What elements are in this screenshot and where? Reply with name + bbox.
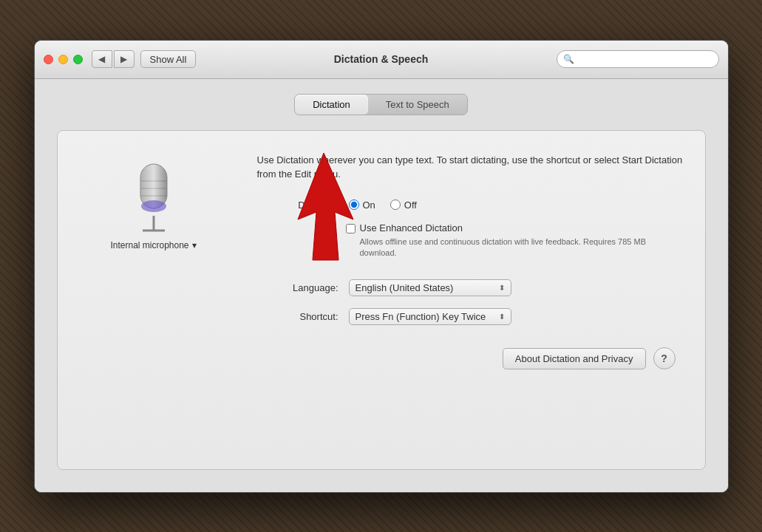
shortcut-value: Press Fn (Function) Key Twice	[356, 311, 486, 322]
enhanced-section: Use Enhanced Dictation Allows offline us…	[346, 222, 683, 259]
about-button[interactable]: About Dictation and Privacy	[503, 348, 646, 369]
microphone-label[interactable]: Internal microphone ▾	[110, 240, 196, 250]
tab-dictation[interactable]: Dictation	[295, 95, 368, 115]
description-text: Use Dictation wherever you can type text…	[257, 153, 683, 182]
enhanced-checkbox[interactable]	[346, 224, 356, 233]
tab-text-to-speech[interactable]: Text to Speech	[368, 95, 467, 115]
language-arrow-icon: ⬍	[499, 284, 505, 292]
dictation-off-option[interactable]: Off	[390, 200, 417, 211]
shortcut-row: Shortcut: Press Fn (Function) Key Twice …	[257, 308, 683, 325]
dictation-off-radio[interactable]	[390, 200, 401, 210]
microphone-section: Internal microphone ▾	[102, 153, 205, 250]
content-area: Dictation Text to Speech	[35, 79, 728, 492]
dictation-on-option[interactable]: On	[349, 200, 375, 211]
dictation-label: Dictation:	[257, 200, 339, 211]
form-section: Dictation: On Off	[257, 200, 683, 326]
microphone-icon	[124, 153, 183, 234]
dropdown-icon: ▾	[192, 240, 197, 250]
window-title: Dictation & Speech	[334, 53, 429, 65]
nav-buttons: ◀ ▶	[92, 50, 135, 68]
dictation-on-label: On	[363, 200, 375, 211]
svg-point-7	[141, 200, 166, 212]
dictation-radio-group: On Off	[349, 200, 417, 211]
language-label: Language:	[257, 282, 339, 293]
titlebar: ◀ ▶ Show All Dictation & Speech 🔍	[35, 41, 728, 79]
enhanced-label: Use Enhanced Dictation	[360, 222, 463, 233]
search-box[interactable]: 🔍	[557, 50, 719, 68]
traffic-lights	[44, 55, 83, 64]
settings-panel: Internal microphone ▾ Use Dictation wher…	[57, 130, 706, 470]
shortcut-select[interactable]: Press Fn (Function) Key Twice ⬍	[349, 308, 511, 325]
search-icon: 🔍	[563, 54, 574, 64]
back-button[interactable]: ◀	[92, 50, 112, 68]
minimize-button[interactable]	[58, 55, 68, 64]
bottom-buttons: About Dictation and Privacy ?	[80, 347, 683, 369]
show-all-button[interactable]: Show All	[140, 50, 197, 68]
tab-bar: Dictation Text to Speech	[294, 94, 468, 115]
dictation-off-label: Off	[404, 200, 417, 211]
language-value: English (United States)	[356, 282, 454, 293]
main-window: ◀ ▶ Show All Dictation & Speech 🔍 Dictat…	[34, 40, 729, 493]
dictation-on-radio[interactable]	[349, 200, 359, 210]
shortcut-label: Shortcut:	[257, 311, 339, 322]
language-row: Language: English (United States) ⬍	[257, 279, 683, 296]
language-select[interactable]: English (United States) ⬍	[349, 279, 511, 296]
dictation-row: Dictation: On Off	[257, 200, 683, 211]
help-button[interactable]: ?	[653, 347, 676, 369]
close-button[interactable]	[44, 55, 53, 64]
enhanced-description: Allows offline use and continuous dictat…	[360, 236, 683, 259]
tabs-container: Dictation Text to Speech	[57, 94, 706, 115]
enhanced-option: Use Enhanced Dictation	[346, 222, 683, 233]
forward-button[interactable]: ▶	[114, 50, 135, 68]
shortcut-arrow-icon: ⬍	[499, 313, 505, 321]
search-input[interactable]	[577, 54, 712, 65]
maximize-button[interactable]	[73, 55, 83, 64]
